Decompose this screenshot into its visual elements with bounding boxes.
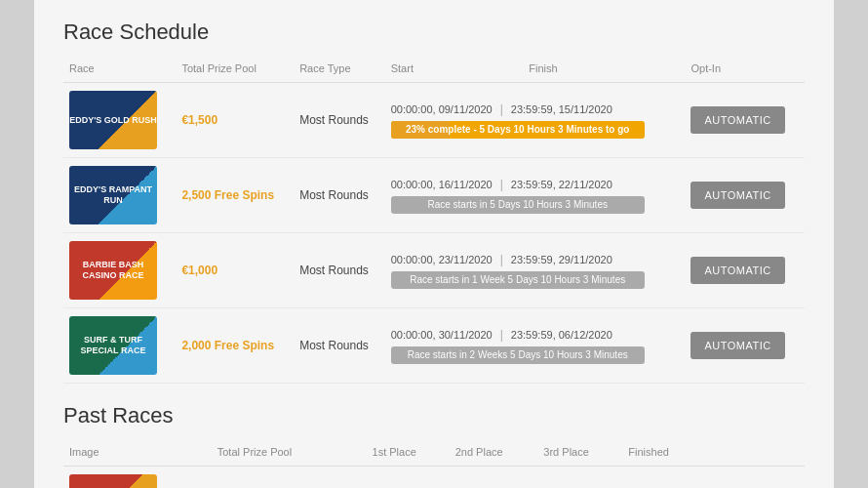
pipe-3: | (500, 328, 503, 342)
past-prize-0: 2,000 Free Spins (212, 467, 367, 489)
past-col-header-5: Finished (622, 442, 805, 467)
start-time-3: 00:00:00, 30/11/2020 (391, 329, 493, 341)
start-time-0: 00:00:00, 09/11/2020 (391, 103, 493, 115)
past-col-header-2: 1st Place (367, 442, 450, 467)
past-second-0: Jordan (450, 467, 538, 489)
race-row-3: SURF & TURF SPECIAL RACE2,000 Free Spins… (63, 308, 805, 384)
race-type-3: Most Rounds (294, 308, 385, 384)
past-races-table: ImageTotal Prize Pool1st Place2nd Place3… (63, 442, 805, 488)
finish-time-1: 23:59:59, 22/11/2020 (511, 179, 612, 190)
race-col-header-0: Race (63, 59, 176, 83)
start-time-2: 00:00:00, 23/11/2020 (391, 254, 493, 265)
prize-value-1: 2,500 Free Spins (181, 188, 274, 202)
race-col-header-4: Finish (523, 59, 685, 83)
start-time-1: 00:00:00, 16/11/2020 (391, 179, 493, 190)
opt-in-button-0[interactable]: AUTOMATIC (690, 106, 784, 134)
status-bar-2: Race starts in 1 Week 5 Days 10 Hours 3 … (391, 271, 645, 289)
race-schedule-table: RaceTotal Prize PoolRace TypeStartFinish… (63, 59, 805, 384)
past-col-header-3: 2nd Place (450, 442, 538, 467)
race-type-2: Most Rounds (294, 233, 385, 308)
race-image-cell-0: EDDY'S GOLD RUSH (63, 83, 176, 158)
past-game-image-0: DIRTY DINGO DASH (69, 474, 157, 488)
past-col-header-0: Image (63, 442, 212, 467)
race-game-image-2: BARBIE BASH CASINO RACE (69, 241, 157, 300)
start-finish-row-2: 00:00:00, 23/11/2020|23:59:59, 29/11/202… (391, 253, 680, 266)
race-row-0: EDDY'S GOLD RUSH€1,500Most Rounds00:00:0… (63, 83, 805, 158)
pipe-2: | (500, 253, 503, 266)
opt-in-button-3[interactable]: AUTOMATIC (690, 332, 784, 359)
past-third-0: Jair (537, 467, 622, 489)
race-image-cell-1: EDDY'S RAMPANT RUN (63, 158, 176, 233)
race-image-cell-2: BARBIE BASH CASINO RACE (63, 233, 176, 308)
race-time-3: 00:00:00, 30/11/2020|23:59:59, 06/12/202… (385, 308, 686, 384)
race-game-image-1: EDDY'S RAMPANT RUN (69, 166, 157, 224)
race-time-1: 00:00:00, 16/11/2020|23:59:59, 22/11/202… (385, 158, 686, 233)
prize-value-3: 2,000 Free Spins (181, 339, 274, 352)
finish-time-2: 23:59:59, 29/11/2020 (511, 254, 612, 265)
opt-in-cell-2: AUTOMATIC (685, 233, 805, 308)
race-game-image-3: SURF & TURF SPECIAL RACE (69, 316, 157, 375)
race-col-header-1: Total Prize Pool (176, 59, 294, 83)
past-row-0: DIRTY DINGO DASH2,000 Free SpinsSarahJor… (63, 467, 805, 489)
main-container: Race Schedule RaceTotal Prize PoolRace T… (34, 0, 834, 488)
prize-value-0: €1,500 (181, 113, 217, 127)
race-image-cell-3: SURF & TURF SPECIAL RACE (63, 308, 176, 384)
past-image-cell-0: DIRTY DINGO DASH (63, 467, 212, 489)
pipe-1: | (500, 178, 503, 191)
start-finish-row-3: 00:00:00, 30/11/2020|23:59:59, 06/12/202… (391, 328, 680, 342)
race-prize-3: 2,000 Free Spins (176, 308, 294, 384)
finish-time-3: 23:59:59, 06/12/2020 (511, 329, 612, 341)
status-bar-1: Race starts in 5 Days 10 Hours 3 Minutes (391, 196, 645, 214)
race-prize-0: €1,500 (176, 83, 294, 158)
race-prize-2: €1,000 (176, 233, 294, 308)
race-col-header-5: Opt-In (685, 59, 805, 83)
past-first-0: Sarah (367, 467, 450, 489)
race-row-1: EDDY'S RAMPANT RUN2,500 Free SpinsMost R… (63, 158, 805, 233)
status-bar-3: Race starts in 2 Weeks 5 Days 10 Hours 3… (391, 346, 645, 364)
race-time-2: 00:00:00, 23/11/2020|23:59:59, 29/11/202… (385, 233, 686, 308)
race-schedule-title: Race Schedule (63, 20, 805, 45)
race-game-image-0: EDDY'S GOLD RUSH (69, 91, 157, 149)
past-races-title: Past Races (63, 403, 805, 428)
opt-in-cell-1: AUTOMATIC (685, 158, 805, 233)
pipe-0: | (500, 102, 503, 116)
opt-in-button-2[interactable]: AUTOMATIC (690, 257, 784, 284)
race-type-0: Most Rounds (294, 83, 385, 158)
prize-value-2: €1,000 (181, 264, 217, 277)
opt-in-cell-0: AUTOMATIC (685, 83, 805, 158)
progress-bar-0: 23% complete - 5 Days 10 Hours 3 Minutes… (391, 121, 645, 139)
section-divider: Past Races (63, 403, 805, 428)
race-row-2: BARBIE BASH CASINO RACE€1,000Most Rounds… (63, 233, 805, 308)
start-finish-row-1: 00:00:00, 16/11/2020|23:59:59, 22/11/202… (391, 178, 680, 191)
opt-in-cell-3: AUTOMATIC (685, 308, 805, 384)
race-type-1: Most Rounds (294, 158, 385, 233)
race-prize-1: 2,500 Free Spins (176, 158, 294, 233)
race-col-header-2: Race Type (294, 59, 385, 83)
race-time-0: 00:00:00, 09/11/2020|23:59:59, 15/11/202… (385, 83, 686, 158)
start-finish-row-0: 00:00:00, 09/11/2020|23:59:59, 15/11/202… (391, 102, 680, 116)
race-col-header-3: Start (385, 59, 524, 83)
past-col-header-4: 3rd Place (537, 442, 622, 467)
past-finished-0: 23:59:59, 08/11/2020 (622, 467, 805, 489)
opt-in-button-1[interactable]: AUTOMATIC (690, 182, 784, 209)
past-col-header-1: Total Prize Pool (212, 442, 367, 467)
finish-time-0: 23:59:59, 15/11/2020 (511, 103, 612, 115)
progress-text-0: 23% complete - 5 Days 10 Hours 3 Minutes… (391, 121, 645, 139)
